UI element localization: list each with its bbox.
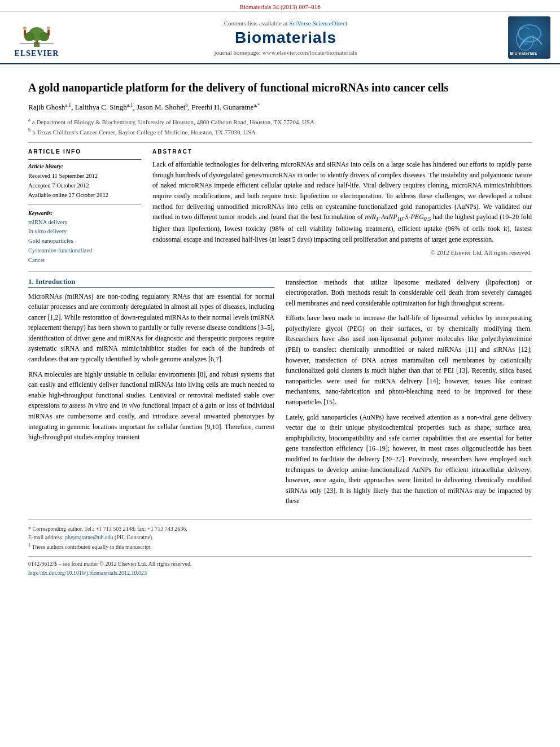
affil-b: b b Texas Children's Cancer Center, Bayl… bbox=[28, 126, 532, 137]
intro-heading: 1. Introduction bbox=[28, 277, 274, 288]
author-jason-sup: b bbox=[185, 102, 188, 108]
email-suffix: (PH. Gunaratne). bbox=[115, 534, 154, 540]
intro-para2: RNA molecules are highly unstable in cel… bbox=[28, 369, 274, 443]
footer-bar: 0142-9612/$ – see front matter © 2012 El… bbox=[28, 556, 532, 578]
elsevier-name: ELSEVIER bbox=[15, 49, 59, 58]
history-label: Article history: bbox=[28, 163, 141, 169]
online-date: Available online 27 October 2012 bbox=[28, 191, 141, 200]
sciverse-link[interactable]: SciVerse ScienceDirect bbox=[289, 20, 347, 27]
author-jason: Jason M. Shohet bbox=[137, 103, 185, 111]
keywords-section: Keywords: miRNA delivery In vitro delive… bbox=[28, 210, 141, 265]
received-date: Received 11 September 2012 bbox=[28, 172, 141, 181]
section-divider-1 bbox=[28, 142, 532, 143]
intro-para1: MicroRNAs (miRNAs) are non-coding regula… bbox=[28, 291, 274, 365]
svg-rect-8 bbox=[47, 30, 50, 36]
keyword-5: Cancer bbox=[28, 256, 141, 265]
main-content: A gold nanoparticle platform for the del… bbox=[0, 64, 560, 583]
intro-col2-para3: Lately, gold nanoparticles (AuNPs) have … bbox=[286, 412, 532, 506]
copyright-line: © 2012 Elsevier Ltd. All rights reserved… bbox=[152, 249, 532, 256]
svg-point-7 bbox=[47, 27, 50, 30]
intro-col2-para1: transfection methods that utilize liposo… bbox=[286, 277, 532, 309]
footnote-equal: 1 These authors contributed equally to t… bbox=[28, 542, 532, 552]
elsevier-logo: ELSEVIER bbox=[15, 17, 59, 58]
biomaterials-logo-text: Biomaterials bbox=[510, 51, 537, 56]
in-vivo-text: in vivo bbox=[121, 401, 140, 409]
accepted-date: Accepted 7 October 2012 bbox=[28, 181, 141, 191]
journal-citation: Biomaterials 34 (2013) 807–816 bbox=[239, 3, 320, 10]
abstract-column: Abstract Lack of affordable technologies… bbox=[152, 148, 532, 265]
intro-section: 1. Introduction MicroRNAs (miRNAs) are n… bbox=[28, 277, 532, 511]
affil-a-sup: a bbox=[28, 117, 30, 123]
authors-line: Rajib Ghosha,1, Lalithya C. Singha,1, Ja… bbox=[28, 102, 532, 113]
svg-point-5 bbox=[23, 27, 27, 30]
keywords-label: Keywords: bbox=[28, 210, 141, 216]
keyword-3: Gold nanoparticles bbox=[28, 237, 141, 246]
intro-col2-para2: Efforts have been made to increase the h… bbox=[286, 313, 532, 407]
keyword-1: miRNA delivery bbox=[28, 218, 141, 228]
affil-b-sup: b bbox=[28, 127, 31, 133]
footer-issn: 0142-9612/$ – see front matter © 2012 El… bbox=[28, 560, 191, 569]
svg-point-13 bbox=[529, 26, 538, 35]
abstract-text: Lack of affordable technologies for deli… bbox=[152, 159, 532, 244]
author-lalithya: Lalithya C. Singh bbox=[75, 103, 127, 111]
journal-citation-bar: Biomaterials 34 (2013) 807–816 bbox=[0, 0, 560, 12]
journal-homepage: journal homepage: www.elsevier.com/locat… bbox=[215, 49, 357, 56]
star-note: * Corresponding author. Tel.: +1 713 503… bbox=[28, 526, 187, 532]
keyword-2: In vitro delivery bbox=[28, 227, 141, 237]
equal-text: These authors contributed equally to thi… bbox=[32, 544, 152, 550]
equal-sup: 1 bbox=[28, 543, 30, 548]
journal-header: ELSEVIER Contents lists available at Sci… bbox=[0, 12, 560, 64]
footnote-corresponding: * Corresponding author. Tel.: +1 713 503… bbox=[28, 525, 532, 534]
author-lalithya-sup: a,1 bbox=[127, 102, 133, 108]
footer-doi-link[interactable]: http://dx.doi.org/10.1016/j.biomaterials… bbox=[28, 570, 147, 576]
elsevier-tree-icon bbox=[17, 17, 56, 48]
intro-col-left: 1. Introduction MicroRNAs (miRNAs) are n… bbox=[28, 277, 274, 511]
email-label: E-mail address: bbox=[28, 534, 63, 540]
author-rajib: Rajib Ghosh bbox=[28, 103, 65, 111]
footer-issn-section: 0142-9612/$ – see front matter © 2012 El… bbox=[28, 560, 191, 578]
abstract-italic-formula: miR1-AuNP10-S-PEG0.5 bbox=[365, 213, 431, 221]
journal-title: Biomaterials bbox=[235, 29, 336, 47]
article-info-abstract-section: Article Info Article history: Received 1… bbox=[28, 148, 532, 265]
journal-logo-right: Biomaterials bbox=[504, 16, 554, 59]
sciverse-line: Contents lists available at SciVerse Sci… bbox=[224, 20, 347, 27]
section-divider-2 bbox=[28, 271, 532, 272]
biomaterials-logo: Biomaterials bbox=[508, 16, 550, 59]
article-history-box: Article history: Received 11 September 2… bbox=[28, 159, 141, 204]
elsevier-logo-section: ELSEVIER bbox=[6, 16, 68, 59]
email-link[interactable]: phgunaratne@uh.edu bbox=[65, 534, 113, 540]
keyword-4: Cysteamine-functionalized bbox=[28, 246, 141, 256]
svg-rect-6 bbox=[24, 30, 26, 36]
affil-a: a a Department of Biology & Biochemistry… bbox=[28, 116, 532, 126]
author-rajib-sup: a,1 bbox=[65, 102, 71, 108]
in-vitro-text: in vitro bbox=[88, 401, 108, 409]
article-title: A gold nanoparticle platform for the del… bbox=[28, 80, 532, 95]
journal-header-center: Contents lists available at SciVerse Sci… bbox=[73, 16, 498, 59]
affiliations: a a Department of Biology & Biochemistry… bbox=[28, 116, 532, 137]
article-info-column: Article Info Article history: Received 1… bbox=[28, 148, 141, 265]
author-preethi-sup: a,* bbox=[253, 102, 260, 108]
footer-section: * Corresponding author. Tel.: +1 713 503… bbox=[28, 519, 532, 578]
intro-col-right: transfection methods that utilize liposo… bbox=[286, 277, 532, 511]
abstract-heading: Abstract bbox=[152, 148, 532, 155]
article-info-heading: Article Info bbox=[28, 148, 141, 155]
sciverse-prefix: Contents lists available at bbox=[224, 20, 288, 27]
author-preethi: Preethi H. Gunaratne bbox=[191, 103, 253, 111]
footnote-email: E-mail address: phgunaratne@uh.edu (PH. … bbox=[28, 533, 532, 542]
